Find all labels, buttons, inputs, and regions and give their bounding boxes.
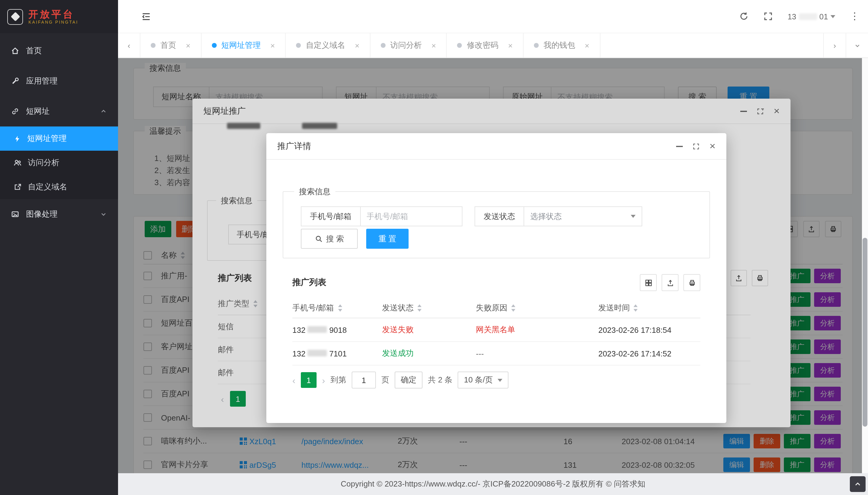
redacted-time	[799, 13, 817, 20]
goto-label: 到第	[330, 375, 346, 386]
promotion-detail-modal: 推广详情 × 搜索信息 手机号/邮箱 发送状态 选择状态	[266, 133, 726, 423]
grid-view-icon[interactable]	[640, 274, 657, 291]
page-next-icon[interactable]: ›	[322, 375, 325, 385]
scrollbar-thumb[interactable]	[863, 238, 867, 427]
tab-custom-domain[interactable]: 自定义域名×	[286, 33, 370, 57]
refresh-icon[interactable]	[739, 12, 749, 21]
detail-pagination: ‹ 1 › 到第 页 确定 共 2 条 10 条/页	[292, 372, 508, 389]
tab-visit-analysis[interactable]: 访问分析×	[371, 33, 447, 57]
wrench-icon	[11, 77, 19, 85]
phone-prefix: 132	[292, 325, 305, 334]
clock-dropdown[interactable]: 13 01	[787, 12, 835, 21]
home-icon	[11, 47, 19, 55]
copyright-text: Copyright © 2023-https://www.wdqz.cc/- 京…	[341, 479, 645, 490]
topbar-right: 13 01 ⋮	[739, 12, 868, 21]
sort-icon[interactable]	[338, 304, 342, 311]
cell-fail-reason: ---	[476, 349, 598, 358]
sort-icon[interactable]	[511, 304, 516, 311]
sidebar-item-label: 应用管理	[26, 75, 57, 87]
table-row: 132 9018 发送失败 网关黑名单 2023-02-26 17:18:54	[292, 318, 700, 342]
tabs-strip: 首页× 短网址管理× 自定义域名× 访问分析× 修改密码× 我的钱包×	[140, 33, 823, 57]
topbar: 13 01 ⋮	[118, 0, 868, 33]
scrollbar	[862, 58, 868, 473]
back-to-top-button[interactable]	[850, 476, 866, 492]
phone-suffix: 9018	[329, 325, 347, 334]
status-select[interactable]: 选择状态	[524, 206, 642, 226]
link-icon	[11, 107, 19, 116]
confirm-button[interactable]: 确定	[395, 372, 423, 389]
print-icon[interactable]	[683, 274, 700, 291]
tab-label: 首页	[160, 40, 176, 51]
sidebar-item-app-management[interactable]: 应用管理	[0, 66, 118, 96]
close-icon[interactable]: ×	[508, 41, 513, 50]
close-icon[interactable]: ×	[355, 41, 359, 50]
tab-label: 修改密码	[467, 40, 498, 51]
cell-send-time: 2023-02-26 17:14:52	[598, 349, 700, 358]
page-prev-icon[interactable]: ‹	[292, 375, 295, 385]
phone-prefix: 132	[292, 349, 305, 358]
current-page-button[interactable]: 1	[301, 372, 317, 388]
cell-send-time: 2023-02-26 17:18:54	[598, 325, 700, 334]
sidebar-collapse-icon[interactable]	[141, 11, 151, 21]
cell-phone: 132 9018	[292, 325, 382, 334]
maximize-icon[interactable]	[693, 142, 700, 150]
modal-title: 推广详情	[277, 141, 311, 152]
tabs-scroll-right-icon[interactable]: ›	[823, 33, 846, 57]
close-icon[interactable]: ×	[270, 41, 275, 50]
detail-table-header: 手机号/邮箱 发送状态 失败原因 发送时间	[292, 298, 700, 318]
footer: Copyright © 2023-https://www.wdqz.cc/- 京…	[118, 473, 868, 495]
fullscreen-icon[interactable]	[763, 12, 773, 21]
sort-icon[interactable]	[633, 304, 638, 311]
close-icon[interactable]: ×	[186, 41, 190, 50]
sort-icon[interactable]	[418, 304, 422, 311]
phone-email-input[interactable]	[360, 206, 462, 226]
tabs-scroll-left-icon[interactable]: ‹	[118, 33, 140, 57]
sidebar-item-shorturl[interactable]: 短网址	[0, 96, 118, 126]
detail-table: 手机号/邮箱 发送状态 失败原因 发送时间 132 9018 发送失败 网关黑名…	[292, 298, 700, 365]
tab-dot	[381, 43, 386, 48]
tab-label: 我的钱包	[544, 40, 575, 51]
cell-send-status: 发送成功	[382, 348, 476, 359]
tabs-menu-icon[interactable]	[846, 33, 868, 57]
sidebar-item-label: 自定义域名	[28, 182, 67, 192]
chevron-down-icon	[100, 210, 107, 218]
search-button-label: 搜 索	[326, 233, 344, 244]
close-icon[interactable]: ×	[431, 41, 436, 50]
sidebar-item-custom-domain[interactable]: 自定义域名	[0, 175, 118, 199]
detail-search-panel: 搜索信息 手机号/邮箱 发送状态 选择状态 搜 索 重 置	[283, 191, 710, 258]
page-number-input[interactable]	[352, 372, 376, 389]
reset-button[interactable]: 重 置	[366, 229, 409, 249]
tab-home[interactable]: 首页×	[140, 33, 201, 57]
sidebar-item-visit-analysis[interactable]: 访问分析	[0, 151, 118, 175]
sidebar-item-home[interactable]: 首页	[0, 36, 118, 66]
logo-icon	[7, 9, 23, 24]
export-icon[interactable]	[662, 274, 679, 291]
sidebar-item-shorturl-manage[interactable]: 短网址管理	[0, 126, 118, 151]
image-icon	[11, 210, 19, 219]
sidebar-item-image-processing[interactable]: 图像处理	[0, 199, 118, 229]
tab-label: 访问分析	[390, 40, 422, 51]
redacted-digits	[308, 326, 327, 332]
search-button[interactable]: 搜 索	[301, 229, 358, 249]
tab-change-password[interactable]: 修改密码×	[447, 33, 524, 57]
detail-list-toolbar	[640, 274, 700, 291]
close-icon[interactable]: ×	[585, 41, 589, 50]
total-count-label: 共 2 条	[428, 375, 453, 386]
tab-label: 自定义域名	[306, 40, 345, 51]
close-icon[interactable]: ×	[710, 141, 715, 151]
tab-dot	[296, 43, 301, 48]
tab-wallet[interactable]: 我的钱包×	[524, 33, 600, 57]
promotion-detail-header: 推广详情 ×	[266, 133, 726, 160]
field-label: 手机号/邮箱	[301, 206, 360, 226]
tab-label: 短网址管理	[221, 40, 260, 51]
more-menu-icon[interactable]: ⋮	[850, 12, 860, 21]
table-row: 132 7101 发送成功 --- 2023-02-26 17:14:52	[292, 342, 700, 365]
chevron-up-icon	[100, 108, 107, 115]
tab-shorturl-manage[interactable]: 短网址管理×	[201, 33, 286, 57]
caret-down-icon	[631, 215, 635, 218]
page-size-select[interactable]: 10 条/页	[458, 372, 508, 389]
tab-dot	[151, 43, 156, 48]
sidebar-submenu-shorturl: 短网址管理 访问分析 自定义域名	[0, 126, 118, 199]
minimize-icon[interactable]	[676, 146, 683, 147]
cell-send-status: 发送失败	[382, 324, 476, 335]
